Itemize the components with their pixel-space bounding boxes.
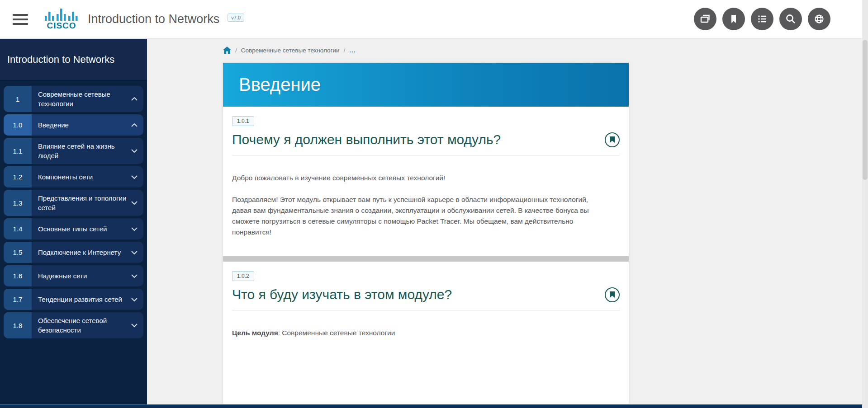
chevron-up-icon <box>131 97 138 101</box>
breadcrumb: / Современные сетевые технологии / ... <box>223 47 862 54</box>
bookmark-icon <box>726 12 741 26</box>
lesson-card: Введение 1.0.1 Почему я должен выполнить… <box>223 63 629 404</box>
breadcrumb-separator: / <box>344 47 346 54</box>
paragraph: Поздравляем! Этот модуль открывает вам п… <box>232 194 605 238</box>
item-number: 1.3 <box>4 190 32 216</box>
search-icon <box>783 12 798 26</box>
content-area: / Современные сетевые технологии / ... В… <box>147 39 862 404</box>
item-label: Обеспечение сетевой безопасности <box>32 312 143 338</box>
heading-divider <box>232 155 620 155</box>
module-nav: 1 Современные сетевые технологии 1.0 Вве… <box>0 80 147 342</box>
banner-title: Введение <box>239 75 321 95</box>
sidebar-item-1-1[interactable]: 1.1 Влияние сетей на жизнь людей <box>4 138 143 164</box>
topic-number-badge: 1.0.2 <box>232 271 254 281</box>
chevron-down-icon <box>131 227 138 231</box>
topic-number-badge: 1.0.1 <box>232 116 254 126</box>
bottom-bar <box>0 404 862 408</box>
index-list-button[interactable] <box>751 8 773 30</box>
sidebar-item-1-6[interactable]: 1.6 Надежные сети <box>4 265 143 286</box>
header-toolbar <box>694 8 830 30</box>
bookmark-outline-icon <box>609 136 615 143</box>
sidebar-item-1-3[interactable]: 1.3 Представления и топологии сетей <box>4 190 143 216</box>
breadcrumb-ellipsis-link[interactable]: ... <box>349 47 356 54</box>
item-label: Компоненты сети <box>32 166 143 188</box>
globe-icon <box>812 12 826 26</box>
chevron-down-icon <box>131 201 138 205</box>
goal-text: : Современные сетевые технологии <box>278 329 395 337</box>
chevron-down-icon <box>131 149 138 153</box>
chevron-down-icon <box>131 175 138 179</box>
item-number: 1.1 <box>4 138 32 164</box>
home-icon[interactable] <box>223 47 231 54</box>
chevron-down-icon <box>131 250 138 255</box>
scrollbar-thumb[interactable] <box>863 40 868 180</box>
item-number: 1.7 <box>4 289 32 310</box>
cisco-logo-bars-icon <box>45 9 78 21</box>
bookmark-button[interactable] <box>722 8 745 30</box>
module-goal-line: Цель модуля: Современные сетевые техноло… <box>232 328 605 338</box>
sidebar-item-1-5[interactable]: 1.5 Подключение к Интернету <box>4 242 143 263</box>
stacked-windows-icon <box>698 12 712 26</box>
sidebar-item-1-7[interactable]: 1.7 Тенденции развития сетей <box>4 289 143 310</box>
item-number: 1.8 <box>4 312 32 338</box>
heading-divider <box>232 310 620 310</box>
topic-1-0-2: 1.0.2 Что я буду изучать в этом модуле? … <box>223 262 629 338</box>
item-label: Основные типы сетей <box>32 218 143 239</box>
breadcrumb-module-link[interactable]: Современные сетевые технологии <box>241 47 340 54</box>
top-header: CISCO Introduction to Networks v7.0 <box>0 0 862 39</box>
item-label: Введение <box>32 114 143 136</box>
page-scrollbar[interactable] <box>862 0 868 408</box>
topic-heading: Что я буду изучать в этом модуле? <box>232 287 452 302</box>
hamburger-menu-icon[interactable] <box>13 14 28 25</box>
item-label: Представления и топологии сетей <box>32 190 143 216</box>
chevron-up-icon <box>131 123 138 127</box>
course-sidebar: Introduction to Networks 1 Современные с… <box>0 39 147 404</box>
item-label: Влияние сетей на жизнь людей <box>32 138 143 164</box>
item-label: Современные сетевые технологии <box>32 86 143 112</box>
section-divider-bar <box>223 256 629 262</box>
item-label: Надежные сети <box>32 265 143 286</box>
cisco-logo-text: CISCO <box>47 21 76 30</box>
sidebar-item-1-0[interactable]: 1.0 Введение <box>4 114 143 136</box>
sidebar-item-1-2[interactable]: 1.2 Компоненты сети <box>4 166 143 188</box>
topic-heading: Почему я должен выполнить этот модуль? <box>232 132 501 147</box>
topic-1-0-1: 1.0.1 Почему я должен выполнить этот мод… <box>223 107 629 238</box>
breadcrumb-separator: / <box>235 47 237 54</box>
item-label: Тенденции развития сетей <box>32 289 143 310</box>
stacked-windows-button[interactable] <box>694 8 716 30</box>
item-number: 1.0 <box>4 114 32 136</box>
bookmark-outline-icon <box>609 291 615 298</box>
sidebar-course-title: Introduction to Networks <box>7 54 114 66</box>
item-number: 1.2 <box>4 166 32 188</box>
search-button[interactable] <box>779 8 802 30</box>
chevron-down-icon <box>131 274 138 278</box>
sidebar-header: Introduction to Networks <box>0 39 147 80</box>
chevron-down-icon <box>131 297 138 302</box>
sidebar-item-1[interactable]: 1 Современные сетевые технологии <box>4 86 143 112</box>
sidebar-item-1-4[interactable]: 1.4 Основные типы сетей <box>4 218 143 239</box>
section-banner: Введение <box>223 63 629 107</box>
topic-bookmark-button[interactable] <box>605 287 620 302</box>
course-title: Introduction to Networks <box>88 12 219 26</box>
item-number: 1.5 <box>4 242 32 263</box>
paragraph: Добро пожаловать в изучение современных … <box>232 173 605 183</box>
version-badge: v7.0 <box>228 14 244 22</box>
item-number: 1.6 <box>4 265 32 286</box>
topic-bookmark-button[interactable] <box>605 132 620 147</box>
item-number: 1.4 <box>4 218 32 239</box>
list-icon <box>755 12 769 26</box>
item-label: Подключение к Интернету <box>32 242 143 263</box>
language-button[interactable] <box>808 8 830 30</box>
sidebar-item-1-8[interactable]: 1.8 Обеспечение сетевой безопасности <box>4 312 143 338</box>
goal-label: Цель модуля <box>232 329 278 337</box>
chevron-down-icon <box>131 323 138 328</box>
cisco-logo[interactable]: CISCO <box>44 9 79 30</box>
item-number: 1 <box>4 86 32 112</box>
